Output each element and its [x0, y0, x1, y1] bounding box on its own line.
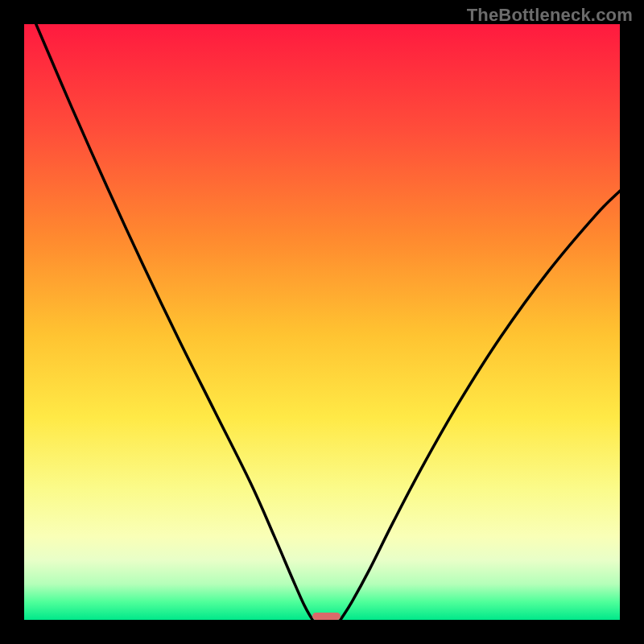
curve-right-branch	[341, 191, 620, 620]
curve-layer	[24, 24, 620, 620]
watermark-text: TheBottleneck.com	[467, 5, 633, 26]
curve-left-branch	[36, 24, 312, 620]
chart-frame: TheBottleneck.com	[0, 0, 644, 644]
plot-area	[24, 24, 620, 620]
optimum-marker	[312, 613, 341, 620]
